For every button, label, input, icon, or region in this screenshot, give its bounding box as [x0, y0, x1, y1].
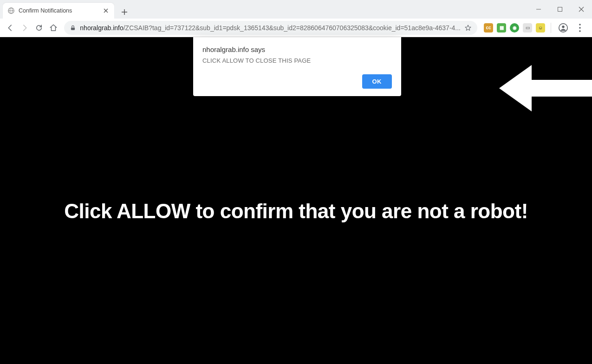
- extension-icon-2[interactable]: ▦: [497, 23, 506, 32]
- browser-toolbar: nhoralgrab.info/ZCSAIB?tag_id=737122&sub…: [0, 19, 592, 37]
- tab-close-button[interactable]: [102, 7, 110, 14]
- bookmark-star-icon[interactable]: [464, 24, 472, 32]
- svg-point-15: [579, 27, 581, 29]
- dialog-origin: nhoralgrab.info says: [202, 46, 392, 53]
- svg-rect-11: [71, 27, 75, 30]
- page-headline: Click ALLOW to confirm that you are not …: [0, 200, 592, 223]
- extension-icon-3[interactable]: ◉: [510, 23, 519, 32]
- extensions-row: cc ▦ ◉ ▭ ☺: [482, 20, 588, 35]
- extension-icon-1[interactable]: cc: [484, 23, 493, 32]
- close-window-button[interactable]: [571, 2, 592, 17]
- reload-button[interactable]: [33, 20, 45, 35]
- toolbar-separator: [551, 23, 551, 33]
- extension-icon-4[interactable]: ▭: [523, 23, 532, 32]
- browser-menu-button[interactable]: [573, 20, 586, 35]
- new-tab-button[interactable]: [118, 6, 131, 19]
- svg-point-16: [579, 30, 581, 32]
- address-bar[interactable]: nhoralgrab.info/ZCSAIB?tag_id=737122&sub…: [64, 21, 477, 35]
- svg-marker-17: [499, 65, 592, 111]
- minimize-button[interactable]: [528, 2, 549, 17]
- window-controls: [528, 0, 592, 19]
- url-text: nhoralgrab.info/ZCSAIB?tag_id=737122&sub…: [80, 24, 461, 32]
- tab-title: Confirm Notifications: [19, 7, 102, 14]
- url-host: nhoralgrab.info: [80, 24, 123, 32]
- lock-icon: [70, 25, 76, 31]
- globe-icon: [7, 7, 15, 14]
- url-path: /ZCSAIB?tag_id=737122&sub_id1=pdsk_13651…: [124, 24, 461, 32]
- svg-point-13: [562, 25, 565, 28]
- javascript-alert-dialog: nhoralgrab.info says CLICK ALLOW TO CLOS…: [193, 37, 401, 96]
- tab-strip: Confirm Notifications: [0, 0, 592, 19]
- dialog-message: CLICK ALLOW TO CLOSE THIS PAGE: [202, 57, 392, 64]
- svg-rect-1: [558, 7, 562, 12]
- svg-point-14: [579, 24, 581, 26]
- dialog-ok-button[interactable]: OK: [362, 74, 392, 89]
- profile-avatar-button[interactable]: [557, 21, 570, 34]
- forward-button[interactable]: [18, 20, 31, 35]
- extension-icon-5[interactable]: ☺: [536, 23, 545, 32]
- back-button[interactable]: [4, 20, 16, 35]
- arrow-left-icon: [499, 60, 592, 116]
- maximize-button[interactable]: [549, 2, 571, 17]
- home-button[interactable]: [47, 20, 59, 35]
- browser-tab[interactable]: Confirm Notifications: [3, 3, 114, 19]
